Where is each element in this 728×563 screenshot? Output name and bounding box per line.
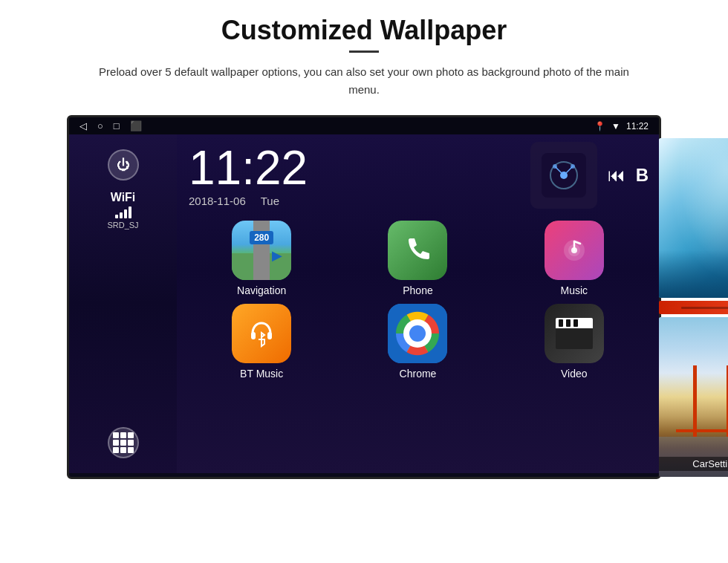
music-inner (545, 221, 604, 280)
clap-top (556, 318, 593, 328)
grid-dot (113, 440, 119, 446)
chrome-bg (388, 304, 447, 363)
grid-dot (128, 432, 134, 438)
svg-point-13 (409, 325, 426, 342)
chrome-label: Chrome (400, 368, 437, 380)
btmusic-label: BT Music (240, 368, 283, 380)
wifi-network-name: SRD_SJ (107, 221, 138, 230)
recents-icon[interactable]: □ (114, 120, 120, 131)
clock-day-value: Tue (261, 195, 279, 207)
clock-time: 11:22 (189, 144, 308, 192)
grid-dot (120, 440, 126, 446)
nav-icon-inner: 280 ▶ (232, 221, 291, 280)
wifi-bar-1 (115, 215, 118, 218)
phone-app-icon[interactable] (388, 221, 447, 280)
clock-area: 11:22 2018-11-06 Tue (189, 142, 647, 209)
signal-widget-icon (549, 160, 579, 190)
svg-rect-7 (251, 332, 256, 339)
nav-badge: 280 (250, 231, 273, 244)
music-controls: ⏮ B (608, 165, 647, 186)
grid-dot (120, 432, 126, 438)
status-bar: ◁ ○ □ ⬛ 📍 ▼ 11:22 (69, 117, 659, 134)
chrome-app-icon[interactable] (388, 304, 447, 363)
status-time: 11:22 (626, 121, 649, 131)
page-title: Customized Wallpaper (221, 15, 507, 46)
nav-arrow-icon: ▶ (272, 247, 282, 264)
svg-point-2 (553, 164, 557, 169)
clapperboard-icon (556, 318, 593, 349)
app-item-chrome[interactable]: Chrome (345, 304, 490, 380)
clock-date-value: 2018-11-06 (189, 195, 246, 207)
center-content: 11:22 2018-11-06 Tue (177, 134, 659, 473)
clock-section: 11:22 2018-11-06 Tue (189, 144, 308, 207)
chrome-icon-proper (394, 310, 441, 357)
svg-point-3 (571, 164, 575, 169)
grid-dot (128, 440, 134, 446)
navigation-app-icon[interactable]: 280 ▶ (232, 221, 291, 280)
home-icon[interactable]: ○ (97, 120, 103, 131)
wifi-signal-icon: ▼ (611, 121, 620, 131)
power-icon: ⏻ (117, 157, 130, 173)
app-item-music[interactable]: Music (501, 221, 647, 296)
clock-widgets: ⏮ B (530, 142, 647, 209)
status-right: 📍 ▼ 11:22 (594, 121, 649, 131)
title-divider (349, 51, 379, 53)
wallpaper-thumbnails: CarSetting (659, 138, 728, 477)
wifi-bars (107, 206, 138, 218)
wallpaper-bridge-thumb[interactable] (659, 317, 728, 477)
music-app-icon[interactable] (545, 221, 604, 280)
music-icon-svg (558, 234, 591, 267)
page-description: Preload over 5 default wallpaper options… (89, 63, 639, 99)
clap-stripe (573, 319, 578, 327)
btmusic-icon-svg (245, 317, 278, 350)
prev-track-icon[interactable]: ⏮ (608, 165, 625, 186)
svg-rect-8 (267, 332, 272, 339)
main-area: ⏻ WiFi SRD_SJ (69, 134, 659, 473)
btmusic-app-icon[interactable] (232, 304, 291, 363)
power-button[interactable]: ⏻ (108, 149, 139, 180)
grid-icon (113, 432, 134, 453)
status-left: ◁ ○ □ ⬛ (79, 120, 142, 131)
clap-body (556, 328, 593, 349)
screenshot-icon[interactable]: ⬛ (130, 120, 142, 131)
wifi-bar-4 (129, 206, 131, 218)
grid-dot (120, 447, 126, 453)
app-item-btmusic[interactable]: BT Music (189, 304, 334, 380)
wifi-widget[interactable] (530, 142, 597, 209)
back-icon[interactable]: ◁ (79, 120, 87, 131)
app-item-navigation[interactable]: 280 ▶ Navigation (189, 221, 334, 296)
bt-inner (232, 304, 291, 363)
wifi-info: WiFi SRD_SJ (107, 191, 138, 230)
navigation-label: Navigation (237, 284, 286, 296)
device-frame: ◁ ○ □ ⬛ 📍 ▼ 11:22 ⏻ WiFi (67, 115, 661, 479)
grid-dot (113, 432, 119, 438)
apps-grid: 280 ▶ Navigation (189, 221, 647, 380)
clap-stripe (566, 319, 571, 327)
clap-stripe (559, 319, 563, 327)
nav-highway (253, 221, 270, 280)
carsetting-label[interactable]: CarSetting (659, 457, 728, 471)
grid-dot (113, 447, 119, 453)
phone-label: Phone (403, 284, 432, 296)
page-container: Customized Wallpaper Preload over 5 defa… (0, 0, 728, 563)
wifi-widget-inner (542, 153, 586, 198)
phone-inner (388, 221, 447, 280)
apps-grid-button[interactable] (108, 427, 139, 458)
video-app-icon[interactable] (545, 304, 604, 363)
video-label: Video (561, 368, 588, 380)
wifi-label: WiFi (107, 191, 138, 204)
music-indicator: B (636, 165, 647, 186)
app-item-video[interactable]: Video (501, 304, 647, 380)
sidebar-top: ⏻ WiFi SRD_SJ (107, 149, 138, 230)
grid-dot (128, 447, 134, 453)
location-icon: 📍 (594, 121, 605, 131)
banner-divider (659, 301, 728, 314)
app-item-phone[interactable]: Phone (345, 221, 490, 296)
video-inner (545, 304, 604, 363)
wifi-bar-2 (120, 212, 123, 218)
music-label: Music (561, 284, 588, 296)
phone-icon-svg (401, 234, 434, 267)
clock-date: 2018-11-06 Tue (189, 195, 308, 207)
wifi-bar-3 (124, 209, 127, 218)
wallpaper-ice-thumb[interactable] (659, 138, 728, 298)
